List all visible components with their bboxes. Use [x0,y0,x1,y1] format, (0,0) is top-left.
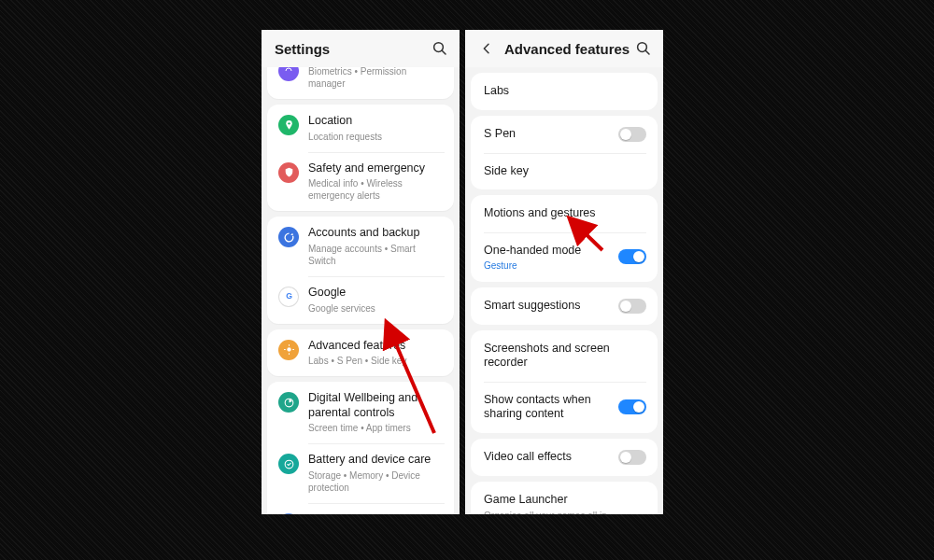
location-icon [278,115,299,135]
advanced-item-side-key[interactable]: Side key [471,153,658,190]
phone-advanced-features: Advanced features LabsS PenSide keyMotio… [465,30,663,514]
advanced-item-show-contacts-when-sharing-content[interactable]: Show contacts when sharing content [471,382,658,433]
advanced-item-s-pen[interactable]: S Pen [471,116,658,153]
advanced-item-one-handed-mode[interactable]: One-handed modeGesture [471,232,658,282]
settings-item-safety-and-emergency[interactable]: Safety and emergencyMedical info • Wirel… [267,152,454,212]
settings-item-digital-wellbeing-and-parental-controls[interactable]: Digital Wellbeing and parental controlsS… [267,382,454,443]
toggle-show-contacts-when-sharing-content[interactable] [618,399,646,414]
apps-icon [278,513,299,514]
svg-text:G: G [286,292,292,301]
advanced-item-video-call-effects[interactable]: Video call effects [471,439,658,476]
screenshot-canvas: Settings Biometrics • Permission manager [0,0,934,560]
settings-scroll[interactable]: Biometrics • Permission manager Location… [262,67,460,514]
advanced-item-game-launcher[interactable]: Game LauncherOrganise all your games all… [471,482,658,514]
phone-settings: Settings Biometrics • Permission manager [262,30,460,514]
settings-item-apps[interactable]: AppsDefault apps • App settings [267,503,454,514]
toggle-smart-suggestions[interactable] [618,299,646,314]
advanced-item-screenshots-and-screen-recorder[interactable]: Screenshots and screen recorder [471,330,658,382]
advanced-icon [278,340,299,360]
svg-point-4 [287,347,290,351]
toggle-one-handed-mode[interactable] [618,249,646,264]
battery-icon [278,454,299,474]
toggle-s-pen[interactable] [618,127,646,142]
settings-item-biometrics[interactable]: Biometrics • Permission manager [267,67,454,99]
svg-line-1 [442,50,446,54]
advanced-header: Advanced features [465,30,663,67]
search-icon[interactable] [635,40,652,57]
advanced-scroll[interactable]: LabsS PenSide keyMotions and gesturesOne… [465,67,663,514]
google-icon: G [278,287,299,307]
settings-item-battery-and-device-care[interactable]: Battery and device careStorage • Memory … [267,443,454,503]
back-icon[interactable] [478,40,495,57]
settings-header: Settings [262,30,460,67]
settings-title: Settings [275,41,330,57]
advanced-item-labs[interactable]: Labs [471,73,658,110]
backup-icon [278,227,299,247]
advanced-title: Advanced features [504,41,630,57]
svg-line-16 [645,50,649,54]
safety-icon [278,162,299,183]
advanced-item-motions-and-gestures[interactable]: Motions and gestures [471,195,658,232]
svg-point-2 [288,122,290,124]
settings-item-location[interactable]: LocationLocation requests [267,105,454,152]
fingerprint-icon [278,67,299,81]
settings-item-google[interactable]: GGoogleGoogle services [267,276,454,324]
wellbeing-icon [278,392,299,413]
settings-item-accounts-and-backup[interactable]: Accounts and backupManage accounts • Sma… [267,217,454,276]
advanced-item-smart-suggestions[interactable]: Smart suggestions [471,287,658,325]
toggle-video-call-effects[interactable] [618,450,646,465]
settings-item-advanced-features[interactable]: Advanced featuresLabs • S Pen • Side key [267,329,454,377]
search-icon[interactable] [432,40,448,57]
